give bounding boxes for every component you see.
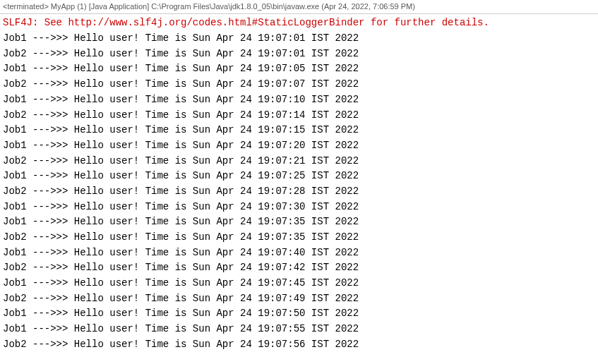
log-line: Job1 --->>> Hello user! Time is Sun Apr … <box>3 61 595 77</box>
console-header-text: <terminated> MyApp (1) [Java Application… <box>3 2 415 11</box>
log-line: Job2 --->>> Hello user! Time is Sun Apr … <box>3 337 595 353</box>
slf4j-warning-line: SLF4J: See http://www.slf4j.org/codes.ht… <box>3 16 595 31</box>
log-line: Job2 --->>> Hello user! Time is Sun Apr … <box>3 291 595 307</box>
log-line: Job1 --->>> Hello user! Time is Sun Apr … <box>3 169 595 184</box>
log-line: Job2 --->>> Hello user! Time is Sun Apr … <box>3 154 595 169</box>
log-line: Job1 --->>> Hello user! Time is Sun Apr … <box>3 306 595 322</box>
log-line: Job2 --->>> Hello user! Time is Sun Apr … <box>3 184 595 200</box>
log-line: Job2 --->>> Hello user! Time is Sun Apr … <box>3 230 595 245</box>
log-line: Job2 --->>> Hello user! Time is Sun Apr … <box>3 77 595 92</box>
console-header: <terminated> MyApp (1) [Java Application… <box>0 0 598 14</box>
log-line: Job1 --->>> Hello user! Time is Sun Apr … <box>3 31 595 47</box>
log-line: Job2 --->>> Hello user! Time is Sun Apr … <box>3 260 595 276</box>
log-line: Job2 --->>> Hello user! Time is Sun Apr … <box>3 47 595 62</box>
console-output[interactable]: SLF4J: See http://www.slf4j.org/codes.ht… <box>0 14 598 353</box>
log-line: Job1 --->>> Hello user! Time is Sun Apr … <box>3 214 595 230</box>
log-line: Job1 --->>> Hello user! Time is Sun Apr … <box>3 200 595 215</box>
log-line: Job1 --->>> Hello user! Time is Sun Apr … <box>3 245 595 261</box>
log-line: Job2 --->>> Hello user! Time is Sun Apr … <box>3 108 595 123</box>
log-line: Job1 --->>> Hello user! Time is Sun Apr … <box>3 276 595 291</box>
log-line: Job1 --->>> Hello user! Time is Sun Apr … <box>3 123 595 138</box>
log-line: Job1 --->>> Hello user! Time is Sun Apr … <box>3 322 595 337</box>
log-line: Job1 --->>> Hello user! Time is Sun Apr … <box>3 138 595 154</box>
log-line: Job1 --->>> Hello user! Time is Sun Apr … <box>3 92 595 108</box>
